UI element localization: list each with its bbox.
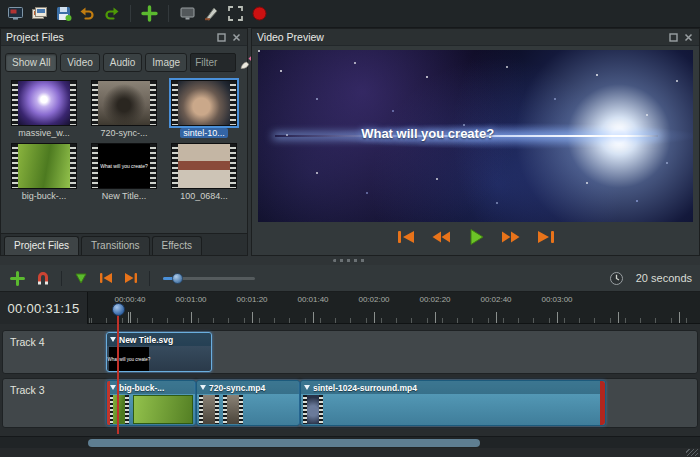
project-file-item-selected[interactable]: sintel-10... [165,80,243,138]
clip-body [301,394,605,425]
zoom-scale-button[interactable] [607,269,626,288]
playhead-handle[interactable] [112,303,125,316]
clip-header: 720-sync.mp4 [197,381,299,394]
timeline-ruler[interactable]: 00:00:40 00:01:00 00:01:20 00:01:40 00:0… [88,292,700,323]
filter-video-button[interactable]: Video [60,53,99,72]
previous-marker-button[interactable] [96,269,115,288]
project-file-item[interactable]: massive_w... [5,80,83,138]
rewind-button[interactable] [429,227,453,247]
clip-trim-handle-left[interactable] [107,381,110,425]
fullscreen-button[interactable] [225,3,246,25]
clip-trim-handle-right[interactable] [600,381,605,425]
file-label: big-buck-... [19,191,70,201]
clip-menu-icon[interactable] [110,337,116,342]
project-file-item[interactable]: 100_0684... [165,143,243,201]
clip-label: 720-sync.mp4 [209,383,265,393]
main-toolbar [0,0,700,28]
clip-thumbnail [133,395,193,424]
import-files-button[interactable] [139,3,160,25]
ruler-mark: 00:01:20 [236,295,267,304]
video-display[interactable]: What will you create? [258,50,693,222]
project-file-item[interactable]: big-buck-... [5,143,83,201]
tab-transitions[interactable]: Transitions [81,236,150,255]
video-preview-title: Video Preview [257,31,324,43]
tab-effects[interactable]: Effects [152,236,202,255]
file-thumbnail [171,143,237,189]
fullscreen-icon [227,5,244,22]
current-time-display: 00:00:31:15 [0,292,88,324]
clip-sintel[interactable]: sintel-1024-surround.mp4 [300,380,606,426]
thumbnail-image [178,81,230,125]
video-preview-header: Video Preview [252,29,699,46]
record-icon [251,5,268,22]
clip-thumbnail [199,395,219,424]
add-marker-button[interactable] [71,269,90,288]
film-strip [230,144,236,188]
video-overlay-text: What will you create? [361,125,494,140]
clip-label: New Title.svg [119,335,173,345]
razor-tool-button[interactable] [201,3,222,25]
float-icon [669,33,678,42]
close-panel-button[interactable] [682,31,694,43]
resize-grip-icon[interactable] [686,449,698,456]
export-video-button[interactable] [249,3,270,25]
float-panel-button[interactable] [667,31,679,43]
clip-720-sync[interactable]: 720-sync.mp4 [196,380,300,426]
splitter-handle-icon [333,259,367,262]
file-label: New Title... [99,191,150,201]
video-preview-panel: Video Preview What will you create? [251,28,700,256]
zoom-scale-label: 20 seconds [636,272,692,284]
choose-profile-button[interactable] [177,3,198,25]
project-file-item[interactable]: What will you create? New Title... [85,143,163,201]
open-project-button[interactable] [29,3,50,25]
dock-tabs: Project Files Transitions Effects [1,233,247,255]
ruler-mark: 00:01:00 [175,295,206,304]
clip-menu-icon[interactable] [200,385,206,390]
play-button[interactable] [464,227,488,247]
clip-menu-icon[interactable] [304,385,310,390]
scrollbar-thumb[interactable] [88,439,480,447]
toolbar-separator [149,271,150,286]
clip-new-title[interactable]: New Title.svg What will you create? [106,332,212,372]
float-panel-button[interactable] [215,31,227,43]
new-project-button[interactable] [5,3,26,25]
filter-image-button[interactable]: Image [145,53,187,72]
clip-big-buck[interactable]: big-buck-... [106,380,196,426]
undo-button[interactable] [77,3,98,25]
project-files-grid: massive_w... 720-sync-... sintel-10... b… [1,76,247,204]
magnet-icon [35,270,51,286]
playhead-line [117,315,119,434]
clock-icon [609,271,624,286]
redo-button[interactable] [101,3,122,25]
jump-to-end-button[interactable] [534,227,558,247]
file-thumbnail [91,80,157,126]
clip-body [107,394,195,425]
filter-show-all-button[interactable]: Show All [5,53,57,72]
snapping-toggle-button[interactable] [33,269,52,288]
timeline-toolbar: 20 seconds [0,265,700,292]
project-file-item[interactable]: 720-sync-... [85,80,163,138]
ruler-mark: 00:01:40 [297,295,328,304]
next-marker-button[interactable] [121,269,140,288]
plus-icon [141,5,158,22]
filter-input[interactable] [190,53,236,72]
tab-project-files[interactable]: Project Files [4,236,79,255]
zoom-slider-handle[interactable] [172,273,183,284]
timeline-tracks: Track 4 Track 3 New Title.svg What will … [0,324,700,436]
clip-label: big-buck-... [119,383,164,393]
add-track-button[interactable] [8,269,27,288]
timeline-scrollbar[interactable] [0,436,700,448]
fast-forward-icon [500,228,522,246]
filter-audio-button[interactable]: Audio [103,53,143,72]
timeline-ruler-row: 00:00:31:15 00:00:40 00:01:00 00:01:20 0… [0,292,700,324]
next-marker-icon [123,271,139,285]
close-panel-button[interactable] [230,31,242,43]
save-project-button[interactable] [53,3,74,25]
jump-to-start-button[interactable] [394,227,418,247]
thumbnail-image: What will you create? [98,144,150,188]
fast-forward-button[interactable] [499,227,523,247]
clip-menu-icon[interactable] [110,385,116,390]
zoom-slider[interactable] [163,270,255,286]
panel-splitter[interactable] [0,256,700,265]
file-label: sintel-10... [180,128,228,138]
